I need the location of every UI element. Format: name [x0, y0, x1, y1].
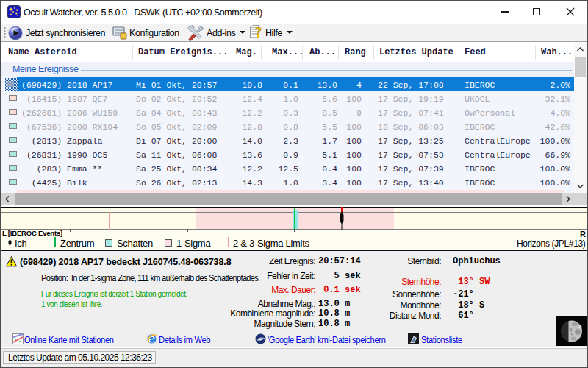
svg-text:?: ?: [255, 25, 262, 37]
